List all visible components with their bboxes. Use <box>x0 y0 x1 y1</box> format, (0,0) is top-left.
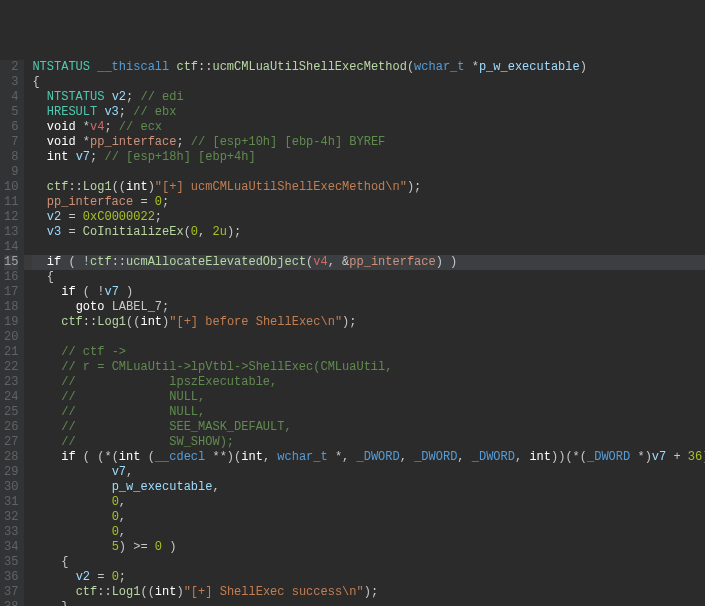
token: ); <box>342 315 356 329</box>
line-number: 24 <box>4 390 18 405</box>
token: __thiscall <box>97 60 176 74</box>
token <box>32 390 61 404</box>
line-number: 15 <box>4 255 18 270</box>
code-line[interactable]: goto LABEL_7; <box>32 300 705 315</box>
token <box>32 180 46 194</box>
code-line[interactable]: v7, <box>32 465 705 480</box>
token <box>32 255 46 269</box>
token: if <box>47 255 61 269</box>
code-line[interactable]: 0, <box>32 510 705 525</box>
line-number: 30 <box>4 480 18 495</box>
token: + <box>666 450 688 464</box>
token: , <box>126 465 133 479</box>
token <box>32 285 61 299</box>
token: * <box>472 60 479 74</box>
code-line[interactable]: // r = CMLuaUtil->lpVtbl->ShellExec(CMLu… <box>32 360 705 375</box>
code-line[interactable]: HRESULT v3; // ebx <box>32 105 705 120</box>
token: :: <box>112 255 126 269</box>
token <box>32 210 46 224</box>
token: , <box>198 225 212 239</box>
code-line[interactable] <box>32 240 705 255</box>
token: v7 <box>652 450 666 464</box>
code-line[interactable]: // SEE_MASK_DEFAULT, <box>32 420 705 435</box>
token: 0 <box>191 225 198 239</box>
line-number: 20 <box>4 330 18 345</box>
code-line[interactable]: ctf::Log1((int)"[+] ucmCMLuaUtilShellExe… <box>32 180 705 195</box>
code-line[interactable] <box>32 330 705 345</box>
token <box>32 525 111 539</box>
token: ( ! <box>76 285 105 299</box>
token: ; <box>119 105 133 119</box>
code-line[interactable]: // lpszExecutable, <box>32 375 705 390</box>
token <box>32 90 46 104</box>
token: int <box>47 150 76 164</box>
token: v2 <box>112 90 126 104</box>
token: { <box>32 75 39 89</box>
token: { <box>32 270 54 284</box>
token: pp_interface <box>47 195 133 209</box>
code-line[interactable]: // ctf -> <box>32 345 705 360</box>
token: *, <box>335 450 357 464</box>
token: 0 <box>112 525 119 539</box>
code-line[interactable]: { <box>32 270 705 285</box>
line-number: 29 <box>4 465 18 480</box>
token: 0 <box>112 495 119 509</box>
token: wchar_t <box>414 60 472 74</box>
code-line[interactable]: ctf::Log1((int)"[+] ShellExec success\n"… <box>32 585 705 600</box>
line-number: 37 <box>4 585 18 600</box>
code-line[interactable]: if ( (*(int (__cdecl **)(int, wchar_t *,… <box>32 450 705 465</box>
code-line[interactable]: pp_interface = 0; <box>32 195 705 210</box>
code-line[interactable]: void *pp_interface; // [esp+10h] [ebp-4h… <box>32 135 705 150</box>
token: 2u <box>212 225 226 239</box>
code-line[interactable]: int v7; // [esp+18h] [ebp+4h] <box>32 150 705 165</box>
code-line[interactable]: NTSTATUS __thiscall ctf::ucmCMLuaUtilShe… <box>32 60 705 75</box>
code-line[interactable]: // NULL, <box>32 390 705 405</box>
token: "[+] ShellExec success\n" <box>184 585 364 599</box>
token: , <box>263 450 277 464</box>
code-line[interactable]: 0, <box>32 525 705 540</box>
line-number: 27 <box>4 435 18 450</box>
token: :: <box>83 315 97 329</box>
code-line[interactable]: // SW_SHOW); <box>32 435 705 450</box>
token: ( <box>148 450 155 464</box>
code-line[interactable]: { <box>32 555 705 570</box>
token: // [esp+18h] [ebp+4h] <box>104 150 255 164</box>
token: :: <box>97 585 111 599</box>
token: , <box>119 525 126 539</box>
token: { <box>32 555 68 569</box>
token: LABEL_7; <box>104 300 169 314</box>
token: * <box>83 135 90 149</box>
token: ) <box>148 180 155 194</box>
code-line[interactable]: 0, <box>32 495 705 510</box>
code-line[interactable]: // NULL, <box>32 405 705 420</box>
token <box>32 345 61 359</box>
token: Log1 <box>112 585 141 599</box>
code-line[interactable]: v3 = CoInitializeEx(0, 2u); <box>32 225 705 240</box>
token: ctf <box>76 585 98 599</box>
token <box>32 150 46 164</box>
line-number: 14 <box>4 240 18 255</box>
code-line[interactable]: } <box>32 600 705 606</box>
token: ) <box>119 285 133 299</box>
token <box>32 450 61 464</box>
token <box>32 405 61 419</box>
code-line[interactable]: v2 = 0xC0000022; <box>32 210 705 225</box>
code-line[interactable]: NTSTATUS v2; // edi <box>32 90 705 105</box>
code-line[interactable]: 5) >= 0 ) <box>32 540 705 555</box>
code-line[interactable]: ctf::Log1((int)"[+] before ShellExec\n")… <box>32 315 705 330</box>
code-line[interactable]: if ( !ctf::ucmAllocateElevatedObject(v4,… <box>32 255 705 270</box>
code-editor[interactable]: 2345678910111213141516171819202122232425… <box>0 60 705 606</box>
code-area[interactable]: NTSTATUS __thiscall ctf::ucmCMLuaUtilShe… <box>24 60 705 606</box>
token: // NULL, <box>61 405 205 419</box>
code-line[interactable]: p_w_executable, <box>32 480 705 495</box>
code-line[interactable]: { <box>32 75 705 90</box>
token: ctf <box>176 60 198 74</box>
token: (( <box>126 315 140 329</box>
token: ; <box>90 150 104 164</box>
code-line[interactable]: v2 = 0; <box>32 570 705 585</box>
token: v2 <box>76 570 90 584</box>
code-line[interactable]: if ( !v7 ) <box>32 285 705 300</box>
token: , <box>119 510 126 524</box>
code-line[interactable] <box>32 165 705 180</box>
code-line[interactable]: void *v4; // ecx <box>32 120 705 135</box>
